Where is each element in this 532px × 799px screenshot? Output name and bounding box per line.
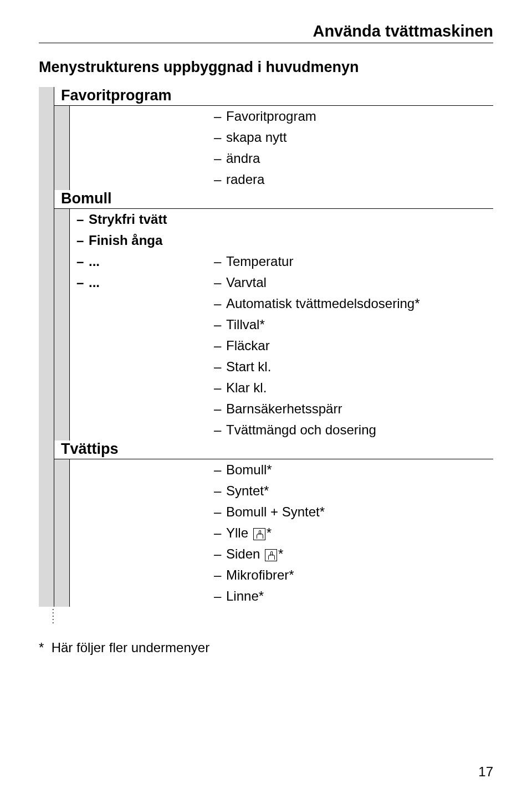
list-item: –Siden * — [214, 544, 493, 565]
document-page: Använda tvättmaskinen Menystrukturens up… — [0, 0, 532, 799]
footnote: * Här följer fler undermenyer — [39, 640, 493, 655]
list-item: –skapa nytt — [214, 127, 493, 148]
tvattips-items: –Bomull* –Syntet* –Bomull + Syntet* –Yll… — [214, 459, 493, 607]
list-item: –Strykfri tvätt — [76, 209, 214, 230]
list-item: –radera — [214, 169, 493, 190]
handwash-icon — [253, 528, 265, 540]
favoritprogram-items: –Favoritprogram –skapa nytt –ändra –rade… — [214, 106, 493, 190]
bomull-block: –Strykfri tvätt –Finish ånga –... –... –… — [54, 209, 493, 441]
section-heading: Menystrukturens uppbyggnad i huvudmenyn — [39, 59, 493, 76]
dotted-rail: ····· — [39, 607, 54, 624]
menu-tvattips: Tvättips — [54, 441, 493, 459]
page-number: 17 — [478, 764, 493, 780]
inner-rail — [54, 459, 70, 607]
list-item: –Linne* — [214, 586, 493, 607]
list-item: –Start kl. — [214, 356, 493, 377]
list-item: –Temperatur — [214, 251, 493, 272]
list-item: –Tillval* — [214, 314, 493, 335]
handwash-icon — [265, 549, 277, 561]
list-item: –Finish ånga — [76, 230, 214, 251]
list-item: –Mikrofibrer* — [214, 565, 493, 586]
list-item: –... — [76, 251, 214, 272]
inner-rail — [54, 209, 70, 441]
list-item: –Ylle * — [214, 523, 493, 544]
menu-tree: Favoritprogram –Favoritprogram –skapa ny… — [39, 87, 493, 607]
list-item: –Favoritprogram — [214, 106, 493, 127]
menu-favoritprogram: Favoritprogram — [54, 87, 493, 106]
list-item: –Tvättmängd och dosering — [214, 419, 493, 441]
list-item: –Bomull* — [214, 459, 493, 480]
list-item: –Automatisk tvättmedelsdosering* — [214, 293, 493, 314]
tree-content: Favoritprogram –Favoritprogram –skapa ny… — [54, 87, 493, 607]
inner-rail — [54, 106, 70, 190]
favoritprogram-block: –Favoritprogram –skapa nytt –ändra –rade… — [54, 106, 493, 190]
menu-bomull: Bomull — [54, 190, 493, 209]
list-item: –ändra — [214, 148, 493, 169]
list-item: –Barnsäkerhetsspärr — [214, 398, 493, 419]
tree-continuation: ····· — [39, 607, 493, 624]
list-item: –Fläckar — [214, 335, 493, 356]
bomull-left-list: –Strykfri tvätt –Finish ånga –... –... — [70, 209, 214, 441]
outer-rail — [39, 87, 54, 607]
list-item: –Varvtal — [214, 272, 493, 293]
tvattips-block: –Bomull* –Syntet* –Bomull + Syntet* –Yll… — [54, 459, 493, 607]
list-item: –Syntet* — [214, 480, 493, 501]
list-item: –... — [76, 272, 214, 293]
bomull-right-list: –x –x –Temperatur –Varvtal –Automatisk t… — [214, 209, 493, 441]
page-title: Använda tvättmaskinen — [39, 22, 493, 43]
list-item: –Klar kl. — [214, 377, 493, 398]
list-item: –Bomull + Syntet* — [214, 501, 493, 523]
